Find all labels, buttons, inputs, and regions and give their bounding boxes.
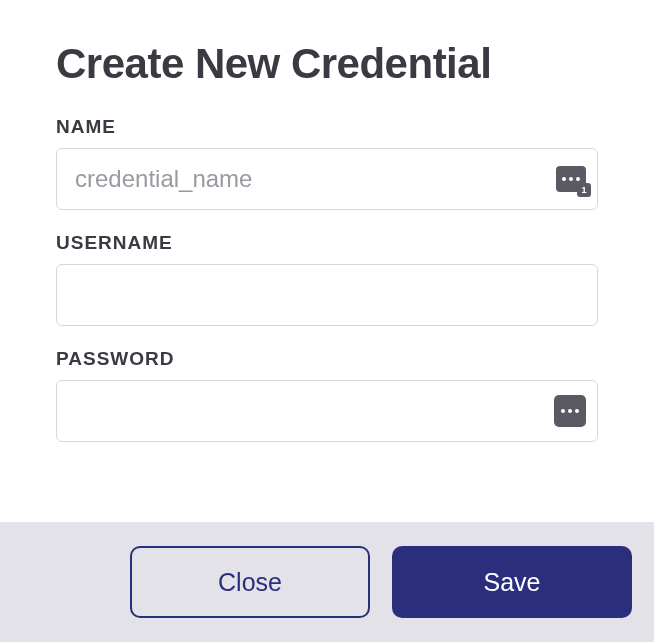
password-input-wrapper xyxy=(56,380,598,442)
modal-body: Create New Credential NAME 1 USERNAME xyxy=(0,0,654,494)
password-input[interactable] xyxy=(56,380,598,442)
password-label: PASSWORD xyxy=(56,348,598,370)
close-button[interactable]: Close xyxy=(130,546,370,618)
name-label: NAME xyxy=(56,116,598,138)
username-field-group: USERNAME xyxy=(56,232,598,326)
name-input-wrapper: 1 xyxy=(56,148,598,210)
modal-title: Create New Credential xyxy=(56,40,598,88)
password-field-group: PASSWORD xyxy=(56,348,598,442)
name-input[interactable] xyxy=(56,148,598,210)
save-button[interactable]: Save xyxy=(392,546,632,618)
name-field-group: NAME 1 xyxy=(56,116,598,210)
username-input-wrapper xyxy=(56,264,598,326)
username-input[interactable] xyxy=(56,264,598,326)
modal-footer: Close Save xyxy=(0,522,654,642)
username-label: USERNAME xyxy=(56,232,598,254)
